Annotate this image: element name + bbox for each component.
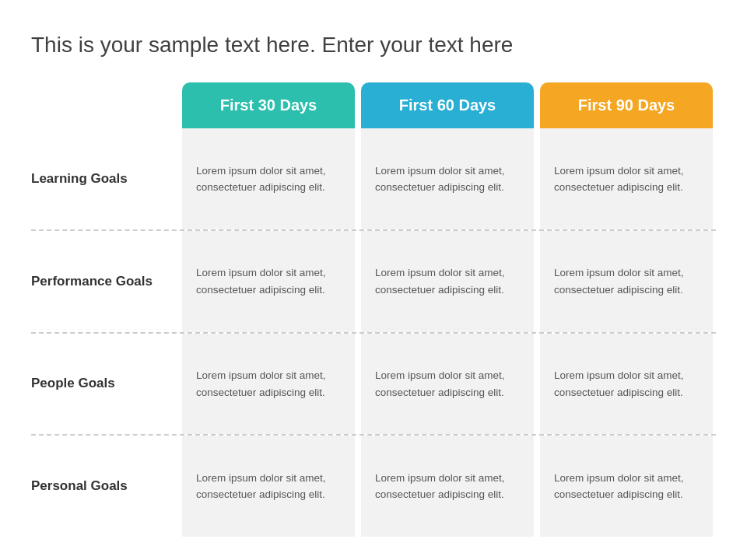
header-90-days: First 90 Days	[540, 82, 713, 128]
table-row: People Goals Lorem ipsum dolor sit amet,…	[31, 334, 716, 436]
row-label-learning[interactable]: Learning Goals	[31, 128, 179, 229]
learning-cell-90[interactable]: Lorem ipsum dolor sit amet, consectetuer…	[540, 128, 713, 229]
table-row: Performance Goals Lorem ipsum dolor sit …	[31, 231, 716, 334]
header-60-days: First 60 Days	[361, 82, 534, 128]
performance-cell-90[interactable]: Lorem ipsum dolor sit amet, consectetuer…	[540, 231, 713, 332]
table-wrapper: First 30 Days First 60 Days First 90 Day…	[31, 82, 716, 537]
personal-cell-30[interactable]: Lorem ipsum dolor sit amet, consectetuer…	[182, 436, 355, 537]
header-30-days: First 30 Days	[182, 82, 355, 128]
people-cell-60[interactable]: Lorem ipsum dolor sit amet, consectetuer…	[361, 334, 534, 435]
performance-cell-60[interactable]: Lorem ipsum dolor sit amet, consectetuer…	[361, 231, 534, 332]
people-cell-90[interactable]: Lorem ipsum dolor sit amet, consectetuer…	[540, 334, 713, 435]
learning-cell-60[interactable]: Lorem ipsum dolor sit amet, consectetuer…	[361, 128, 534, 229]
table-header: First 30 Days First 60 Days First 90 Day…	[31, 82, 716, 128]
row-label-personal[interactable]: Personal Goals	[31, 436, 179, 537]
personal-cell-60[interactable]: Lorem ipsum dolor sit amet, consectetuer…	[361, 436, 534, 537]
learning-cell-30[interactable]: Lorem ipsum dolor sit amet, consectetuer…	[182, 128, 355, 229]
people-cell-30[interactable]: Lorem ipsum dolor sit amet, consectetuer…	[182, 334, 355, 435]
table-row: Learning Goals Lorem ipsum dolor sit ame…	[31, 128, 716, 231]
table-row: Personal Goals Lorem ipsum dolor sit ame…	[31, 436, 716, 537]
row-label-people[interactable]: People Goals	[31, 334, 179, 435]
page-container: This is your sample text here. Enter you…	[0, 0, 747, 560]
header-empty-cell	[31, 82, 179, 128]
table-body: Learning Goals Lorem ipsum dolor sit ame…	[31, 128, 716, 537]
page-title[interactable]: This is your sample text here. Enter you…	[31, 31, 716, 59]
performance-cell-30[interactable]: Lorem ipsum dolor sit amet, consectetuer…	[182, 231, 355, 332]
personal-cell-90[interactable]: Lorem ipsum dolor sit amet, consectetuer…	[540, 436, 713, 537]
row-label-performance[interactable]: Performance Goals	[31, 231, 179, 332]
